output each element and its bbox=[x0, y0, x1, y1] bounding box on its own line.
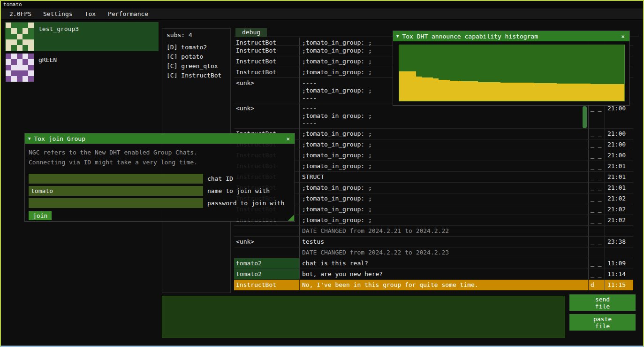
join-field-join-password: password to join with bbox=[29, 198, 291, 208]
avatar-pixel bbox=[6, 28, 11, 34]
avatar-pixel bbox=[28, 23, 34, 28]
avatar-pixel bbox=[11, 39, 17, 45]
message-flags: _ _ bbox=[589, 269, 605, 279]
avatar-pixel bbox=[17, 70, 23, 76]
avatar-pixel bbox=[23, 59, 28, 65]
join-password-label: password to join with bbox=[207, 200, 284, 207]
paste-file-button[interactable]: paste file bbox=[569, 314, 636, 331]
histogram-plot bbox=[399, 45, 625, 101]
join-fields: chat IDname to join withpassword to join… bbox=[29, 174, 291, 208]
avatar-pixel bbox=[11, 23, 17, 28]
histogram-title: Tox DHT announce capability histogram bbox=[402, 33, 620, 40]
join-group-title: Tox join Group bbox=[34, 135, 285, 142]
collapse-arrow-icon[interactable]: ▼ bbox=[28, 136, 30, 141]
histogram-bar bbox=[427, 77, 433, 101]
histogram-bar bbox=[399, 71, 405, 101]
join-field-join-name: name to join with bbox=[29, 186, 291, 196]
join-name-label: name to join with bbox=[207, 187, 270, 194]
histogram-bar bbox=[596, 84, 602, 101]
subs-list-item[interactable]: [D] tomato2 bbox=[167, 43, 226, 52]
message-text: testus bbox=[300, 237, 589, 247]
histogram-bar bbox=[433, 78, 439, 101]
message-timestamp bbox=[605, 247, 633, 258]
send-file-button[interactable]: send file bbox=[569, 294, 636, 311]
menu-tox[interactable]: Tox bbox=[79, 8, 102, 20]
avatar-pixel bbox=[6, 23, 11, 28]
collapse-arrow-icon[interactable]: ▼ bbox=[396, 34, 399, 39]
message-timestamp: 21:00 bbox=[605, 139, 633, 150]
avatar-pixel bbox=[23, 65, 28, 70]
avatar-pixel bbox=[6, 70, 11, 76]
avatar-pixel bbox=[17, 34, 23, 39]
histogram-bar bbox=[546, 83, 551, 101]
chat-message-row: tomato2bot, are you new here?_ _11:14 bbox=[234, 269, 633, 280]
join-name-input[interactable] bbox=[29, 186, 203, 196]
histogram-bar bbox=[416, 77, 422, 101]
close-icon[interactable]: × bbox=[620, 33, 626, 40]
join-button[interactable]: join bbox=[29, 211, 52, 220]
histogram-bar bbox=[422, 77, 427, 101]
avatar-pixel bbox=[28, 70, 34, 76]
histogram-bar bbox=[455, 81, 461, 101]
message-text: bot, are you new here? bbox=[300, 269, 589, 279]
message-flags: _ _ bbox=[589, 193, 605, 204]
histogram-bar bbox=[551, 83, 557, 101]
message-flags: _ _ bbox=[589, 215, 605, 225]
message-text: DATE CHANGED from 2024.2.22 to 2024.2.23 bbox=[300, 247, 589, 258]
subs-list-item[interactable]: [C] green_qtox bbox=[167, 62, 226, 71]
message-timestamp: 21:00 bbox=[605, 103, 633, 128]
chat-system-row: DATE CHANGED from 2024.2.22 to 2024.2.23 bbox=[234, 247, 633, 258]
histogram-bar bbox=[506, 83, 512, 101]
message-timestamp: 21:00 bbox=[605, 129, 633, 139]
message-flags: _ _ bbox=[589, 237, 605, 247]
subs-list-item[interactable]: [C] InstructBot bbox=[167, 71, 226, 80]
chat-id-input[interactable] bbox=[29, 174, 203, 184]
sidebar-group-test_group3[interactable]: test_group3 bbox=[5, 22, 159, 51]
avatar-pixel bbox=[17, 28, 23, 34]
group-avatar-icon bbox=[6, 23, 34, 51]
avatar-pixel bbox=[11, 70, 17, 76]
message-text: ;tomato_in_group: ; bbox=[300, 215, 589, 225]
avatar-pixel bbox=[28, 39, 34, 45]
histogram-bar bbox=[529, 83, 534, 101]
histogram-titlebar: ▼ Tox DHT announce capability histogram … bbox=[393, 31, 629, 41]
message-timestamp: 11:09 bbox=[605, 258, 633, 269]
group-name: test_group3 bbox=[38, 25, 79, 32]
avatar-pixel bbox=[6, 54, 11, 59]
menu-performance[interactable]: Performance bbox=[102, 8, 154, 20]
subs-list-item[interactable]: [C] potato bbox=[167, 52, 226, 62]
subs-list: [D] tomato2[C] potato[C] green_qtox[C] I… bbox=[167, 43, 226, 80]
message-flags: _ _ bbox=[589, 103, 605, 128]
histogram-bar bbox=[613, 84, 619, 101]
avatar-pixel bbox=[6, 65, 11, 70]
chat-scrollbar[interactable] bbox=[583, 106, 587, 128]
avatar-pixel bbox=[6, 39, 11, 45]
message-timestamp bbox=[605, 226, 633, 236]
histogram-bar bbox=[591, 84, 596, 101]
avatar-pixel bbox=[17, 23, 23, 28]
message-sender bbox=[234, 226, 300, 236]
message-sender: InstructBot bbox=[234, 67, 300, 77]
message-sender: InstructBot bbox=[234, 56, 300, 67]
histogram-bar bbox=[484, 82, 489, 101]
chat-message-row: tomato2chat is this real?_ _11:09 bbox=[234, 258, 633, 269]
message-text: ;tomato_in_group: ; bbox=[300, 129, 589, 139]
menu-settings[interactable]: Settings bbox=[37, 8, 79, 20]
sidebar-group-gREEN[interactable]: gREEN bbox=[5, 53, 159, 82]
histogram-bar bbox=[500, 83, 506, 101]
close-icon[interactable]: × bbox=[285, 135, 291, 142]
histogram-bar bbox=[489, 82, 495, 101]
avatar-pixel bbox=[23, 28, 28, 34]
join-group-window: ▼ Tox join Group × NGC refers to the New… bbox=[24, 133, 295, 222]
message-flags: _ _ bbox=[589, 204, 605, 215]
avatar-pixel bbox=[28, 45, 34, 51]
menu-bar: 2.0FPS SettingsToxPerformance bbox=[1, 8, 643, 20]
message-input[interactable] bbox=[162, 296, 565, 338]
chat-id-label: chat ID bbox=[207, 175, 233, 182]
join-password-input[interactable] bbox=[29, 198, 203, 208]
tab-debug[interactable]: debug bbox=[235, 28, 267, 37]
message-text: No, I've been in this group for quite so… bbox=[300, 280, 589, 290]
avatar-pixel bbox=[23, 45, 28, 51]
resize-grip[interactable] bbox=[288, 215, 294, 221]
avatar-pixel bbox=[28, 59, 34, 65]
